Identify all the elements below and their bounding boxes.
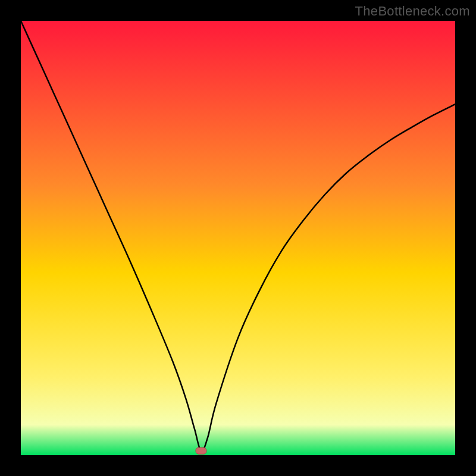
plot-area <box>21 21 455 455</box>
bottleneck-chart <box>21 21 455 455</box>
chart-frame: TheBottleneck.com <box>0 0 476 476</box>
optimal-marker <box>196 447 206 454</box>
watermark-text: TheBottleneck.com <box>355 4 470 19</box>
gradient-background <box>21 21 455 455</box>
